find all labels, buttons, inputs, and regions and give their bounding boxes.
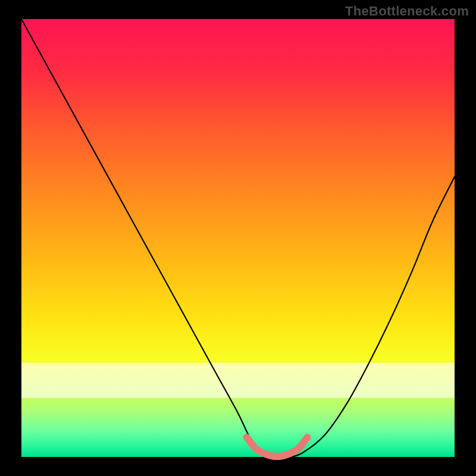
watermark-text: TheBottleneck.com xyxy=(345,4,469,19)
bottleneck-chart xyxy=(0,0,476,476)
pale-band xyxy=(21,363,455,398)
chart-frame: TheBottleneck.com xyxy=(0,0,476,476)
